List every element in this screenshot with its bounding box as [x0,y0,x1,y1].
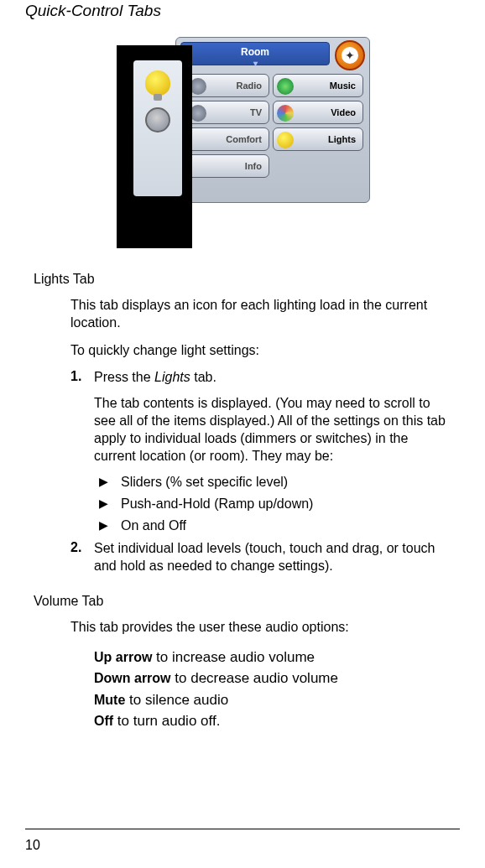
step-2: 2. Set individual load levels (touch, to… [70,540,451,575]
radio-icon [190,78,206,95]
bullet-3: ▶ On and Off [99,518,460,533]
device-screenshot: Room Radio TV Comfort Info Music Video L… [117,37,368,248]
lights-button[interactable]: Lights [273,127,363,151]
bullet-mark-icon: ▶ [99,518,121,532]
music-icon [277,78,294,95]
side-tab-panel [133,60,182,196]
lights-tab-heading: Lights Tab [34,272,460,287]
radio-label: Radio [236,81,262,91]
step-1-number: 1. [70,369,94,387]
comfort-button[interactable]: Comfort [185,127,269,151]
clock-icon[interactable] [335,40,365,70]
bullet-1: ▶ Sliders (% set specific level) [99,475,460,490]
opt-off: Off to turn audio off. [94,710,451,732]
comfort-label: Comfort [226,134,262,144]
bullet-mark-icon: ▶ [99,496,121,510]
lights-label: Lights [328,134,356,144]
page-number: 10 [25,838,40,853]
page-header: Quick-Control Tabs [25,0,460,37]
opt-up: Up arrow to increase audio volume [94,647,451,668]
step-2-text: Set individual load levels (touch, touch… [94,540,451,575]
video-label: Video [331,107,356,117]
room-dropdown[interactable]: Room [180,42,330,65]
opt-down: Down arrow to decrease audio volume [94,668,451,689]
lights-howto: To quickly change light settings: [70,342,451,360]
info-button[interactable]: Info [185,154,269,178]
bulb-icon[interactable] [145,70,170,96]
step-1-detail: The tab contents is displayed. (You may … [94,395,451,465]
step-2-number: 2. [70,540,94,575]
bullet-mark-icon: ▶ [99,475,121,488]
volume-intro: This tab provides the user these audio o… [70,619,451,637]
tv-label: TV [250,107,262,117]
music-label: Music [330,81,356,91]
video-button[interactable]: Video [273,101,363,124]
lights-intro: This tab displays an icon for each light… [70,297,451,332]
volume-options: Up arrow to increase audio volume Down a… [94,647,451,732]
bullet-2: ▶ Push-and-Hold (Ramp up/down) [99,496,460,512]
speaker-icon[interactable] [145,107,170,133]
volume-tab-heading: Volume Tab [34,594,460,609]
bulb-small-icon [277,132,294,148]
step-1: 1. Press the Lights tab. [70,369,451,387]
footer-divider [25,829,460,829]
step-1-text: Press the Lights tab. [94,369,216,387]
info-label: Info [245,161,262,171]
tv-icon [190,105,206,122]
video-icon [277,105,294,122]
radio-button[interactable]: Radio [185,74,269,97]
tv-button[interactable]: TV [185,101,269,124]
music-button[interactable]: Music [273,74,363,97]
opt-mute: Mute to silence audio [94,689,451,711]
side-tab-overlay [117,45,192,248]
